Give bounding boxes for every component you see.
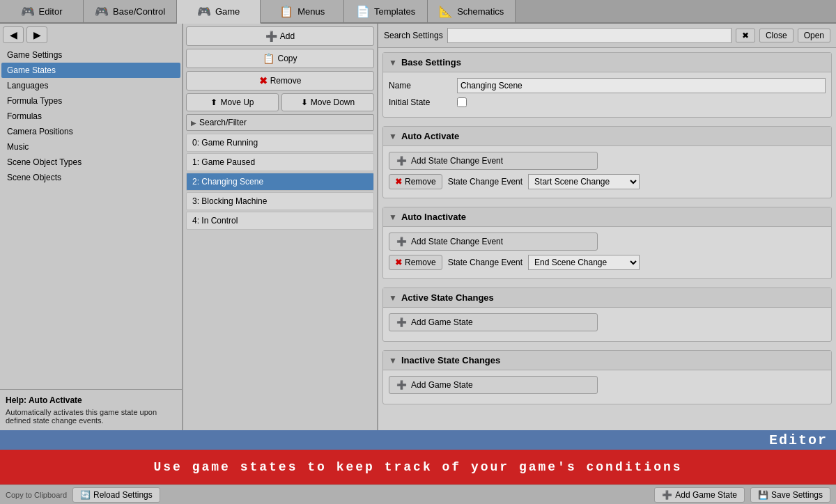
auto-inactivate-remove-event-button-0[interactable]: ✖ Remove bbox=[389, 255, 442, 270]
sidebar-item-game-settings[interactable]: Game Settings bbox=[1, 47, 180, 63]
tab-base-control[interactable]: 🎮 Base/Control bbox=[84, 0, 177, 22]
search-input[interactable] bbox=[447, 28, 732, 43]
remove-event-label-0: Remove bbox=[405, 177, 436, 187]
base-settings-title: Base Settings bbox=[401, 57, 461, 68]
auto-inactivate-add-event-label: Add State Change Event bbox=[411, 237, 503, 246]
inactive-state-changes-section: ▼ Inactive State Changes ➕ Add Game Stat… bbox=[382, 350, 832, 404]
copy-button[interactable]: 📋 Copy bbox=[186, 49, 374, 68]
add-game-state-bottom-button[interactable]: ➕ Add Game State bbox=[654, 487, 745, 503]
auto-activate-add-event-button[interactable]: ➕ Add State Change Event bbox=[389, 152, 598, 170]
tab-editor-label: Editor bbox=[39, 6, 63, 17]
move-down-icon: ⬇ bbox=[301, 97, 308, 107]
banner-text: Use game states to keep track of your ga… bbox=[153, 460, 682, 474]
menus-icon: 📋 bbox=[279, 5, 293, 18]
state-item-2[interactable]: 2: Changing Scene bbox=[186, 173, 374, 191]
active-state-changes-header[interactable]: ▼ Active State Changes bbox=[383, 288, 831, 308]
nav-buttons: ◀ ▶ bbox=[0, 24, 182, 46]
tab-bar: 🎮 Editor 🎮 Base/Control 🎮 Game 📋 Menus 📄… bbox=[0, 0, 836, 24]
base-settings-header[interactable]: ▼ Base Settings bbox=[383, 53, 831, 72]
save-label: Save Settings bbox=[771, 490, 823, 500]
editor-icon: 🎮 bbox=[21, 5, 35, 18]
move-down-button[interactable]: ⬇ Move Down bbox=[281, 93, 374, 111]
remove-button[interactable]: ✖ Remove bbox=[186, 71, 374, 90]
help-text: Automatically activates this game state … bbox=[6, 408, 176, 425]
tab-editor[interactable]: 🎮 Editor bbox=[0, 0, 84, 22]
add-event-icon-2: ➕ bbox=[396, 237, 407, 246]
auto-inactivate-title: Auto Inactivate bbox=[401, 212, 466, 222]
tab-menus[interactable]: 📋 Menus bbox=[261, 0, 344, 22]
move-up-button[interactable]: ⬆ Move Up bbox=[186, 93, 279, 111]
add-remove-row: ➕ Add bbox=[186, 26, 374, 46]
add-event-icon: ➕ bbox=[396, 156, 407, 166]
reload-label: Reload Settings bbox=[93, 490, 153, 500]
move-row: ⬆ Move Up ⬇ Move Down bbox=[186, 93, 374, 111]
state-item-1[interactable]: 1: Game Paused bbox=[186, 153, 374, 171]
add-game-state-button-inactive[interactable]: ➕ Add Game State bbox=[389, 376, 598, 394]
state-item-4[interactable]: 4: In Control bbox=[186, 212, 374, 230]
initial-state-field-row: Initial State bbox=[389, 97, 826, 107]
left-panel: ◀ ▶ Game Settings Game States Languages … bbox=[0, 24, 183, 430]
main-layout: ◀ ▶ Game Settings Game States Languages … bbox=[0, 24, 836, 430]
sidebar-item-music[interactable]: Music bbox=[1, 139, 180, 155]
tab-game-label: Game bbox=[215, 6, 240, 17]
tab-game[interactable]: 🎮 Game bbox=[177, 0, 261, 24]
add-game-state-label-inactive: Add Game State bbox=[411, 380, 473, 390]
copy-row: 📋 Copy bbox=[186, 49, 374, 68]
initial-state-label: Initial State bbox=[389, 97, 451, 107]
remove-label: Remove bbox=[270, 76, 302, 86]
sidebar-item-scene-objects[interactable]: Scene Objects bbox=[1, 170, 180, 185]
state-change-event-label-ai-0: State Change Event bbox=[448, 258, 522, 267]
state-item-0[interactable]: 0: Game Running bbox=[186, 134, 374, 152]
tab-schematics[interactable]: 📐 Schematics bbox=[428, 0, 516, 22]
reload-settings-button[interactable]: 🔄 Reload Settings bbox=[72, 487, 160, 503]
search-filter[interactable]: ▶ Search/Filter bbox=[186, 114, 374, 131]
add-game-state-icon-inactive: ➕ bbox=[396, 380, 407, 390]
add-game-state-icon-active: ➕ bbox=[396, 317, 407, 327]
back-button[interactable]: ◀ bbox=[3, 26, 24, 43]
templates-icon: 📄 bbox=[356, 5, 370, 18]
sidebar-item-formula-types[interactable]: Formula Types bbox=[1, 93, 180, 109]
search-open-button[interactable]: Open bbox=[798, 29, 830, 42]
mid-panel: ➕ Add 📋 Copy ✖ Remove ⬆ Move Up ⬇ Move D… bbox=[183, 24, 378, 430]
game-icon: 🎮 bbox=[197, 5, 211, 18]
sidebar-item-languages[interactable]: Languages bbox=[1, 78, 180, 93]
remove-icon: ✖ bbox=[259, 75, 268, 86]
inactive-state-changes-header[interactable]: ▼ Inactive State Changes bbox=[383, 351, 831, 370]
add-icon: ➕ bbox=[265, 31, 277, 42]
state-list: 0: Game Running 1: Game Paused 2: Changi… bbox=[186, 134, 374, 231]
initial-state-checkbox[interactable] bbox=[457, 97, 467, 107]
auto-activate-event-select-0[interactable]: Start Scene Change End Scene Change Game… bbox=[528, 174, 640, 189]
move-up-icon: ⬆ bbox=[210, 97, 217, 107]
remove-event-icon-ai-0: ✖ bbox=[395, 258, 402, 267]
search-close-button[interactable]: Close bbox=[759, 29, 794, 42]
forward-button[interactable]: ▶ bbox=[26, 26, 47, 43]
search-close-btn[interactable]: ✖ bbox=[736, 29, 755, 42]
sidebar-item-scene-object-types[interactable]: Scene Object Types bbox=[1, 155, 180, 170]
remove-event-label-ai-0: Remove bbox=[405, 258, 436, 267]
base-settings-body: Name Initial State bbox=[383, 72, 831, 117]
auto-inactivate-section: ▼ Auto Inactivate ➕ Add State Change Eve… bbox=[382, 207, 832, 279]
auto-activate-remove-event-button-0[interactable]: ✖ Remove bbox=[389, 174, 442, 189]
sidebar-item-formulas[interactable]: Formulas bbox=[1, 109, 180, 124]
state-change-event-label-0: State Change Event bbox=[448, 177, 522, 187]
auto-activate-add-event-label: Add State Change Event bbox=[411, 156, 503, 166]
auto-inactivate-add-event-button[interactable]: ➕ Add State Change Event bbox=[389, 233, 598, 251]
auto-inactivate-event-row-0: ✖ Remove State Change Event Start Scene … bbox=[389, 255, 826, 270]
name-field-row: Name bbox=[389, 78, 826, 93]
tab-templates[interactable]: 📄 Templates bbox=[344, 0, 428, 22]
add-game-state-button-active[interactable]: ➕ Add Game State bbox=[389, 313, 598, 331]
state-item-3[interactable]: 3: Blocking Machine bbox=[186, 192, 374, 210]
add-game-state-bottom-label: Add Game State bbox=[675, 490, 737, 500]
base-control-icon: 🎮 bbox=[95, 5, 109, 18]
auto-inactivate-event-select-0[interactable]: Start Scene Change End Scene Change Game… bbox=[528, 255, 640, 270]
sidebar-item-game-states[interactable]: Game States bbox=[1, 63, 180, 78]
add-button[interactable]: ➕ Add bbox=[186, 26, 374, 46]
sidebar-item-camera-positions[interactable]: Camera Positions bbox=[1, 124, 180, 139]
save-settings-button[interactable]: 💾 Save Settings bbox=[750, 487, 830, 503]
name-field-input[interactable] bbox=[457, 78, 826, 93]
auto-inactivate-header[interactable]: ▼ Auto Inactivate bbox=[383, 207, 831, 227]
search-filter-label: Search/Filter bbox=[199, 118, 247, 127]
bottom-bar: Copy to Clipboard 🔄 Reload Settings ➕ Ad… bbox=[0, 485, 836, 504]
remove-row: ✖ Remove bbox=[186, 71, 374, 90]
auto-activate-header[interactable]: ▼ Auto Activate bbox=[383, 127, 831, 146]
